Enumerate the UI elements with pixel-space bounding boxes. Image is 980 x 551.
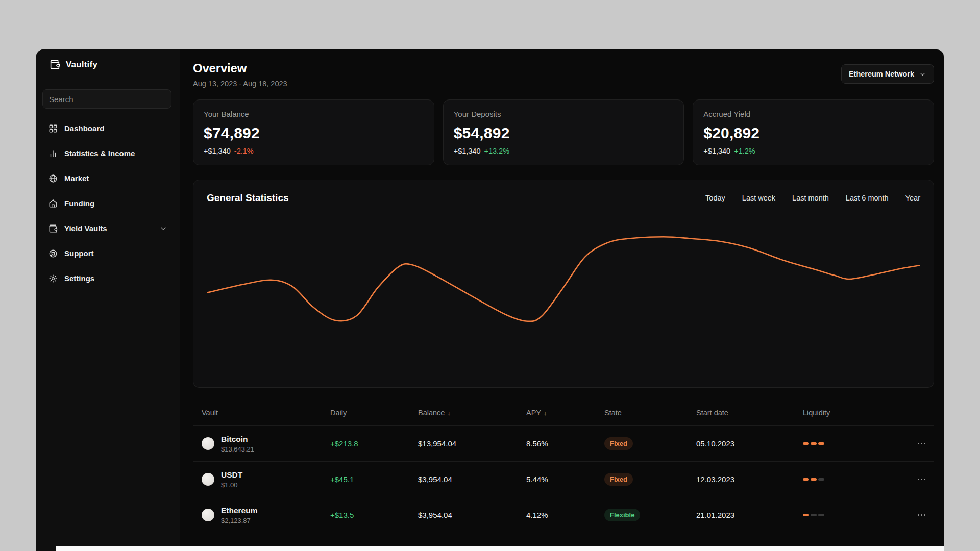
page-bottom-strip (56, 546, 944, 551)
sidebar-item-label: Support (64, 249, 94, 258)
page-header: Overview Aug 13, 2023 - Aug 18, 2023 (193, 49, 934, 88)
vault-cell: USDT $1.00 (202, 470, 330, 489)
line-chart (207, 213, 920, 368)
row-menu-button[interactable] (900, 514, 925, 516)
chart-svg (207, 213, 920, 368)
status-badge: Fixed (604, 473, 633, 486)
start-date-cell: 12.03.2023 (696, 475, 803, 484)
sidebar: Vaultify Dashboard Statistics & Income (36, 49, 180, 551)
daily-change: +$213.8 (330, 439, 418, 448)
column-header-start-date: Start date (696, 409, 803, 417)
stat-label: Your Deposits (454, 110, 674, 118)
vault-avatar (202, 509, 214, 521)
vaults-table: Vault Daily Balance ↓ APY ↓ State Start … (193, 400, 934, 533)
range-tab-last-month[interactable]: Last month (792, 194, 829, 202)
search-input[interactable] (49, 95, 165, 104)
range-tab-today[interactable]: Today (705, 194, 725, 202)
chevron-down-icon (159, 224, 167, 233)
column-header-state: State (604, 409, 696, 417)
sidebar-item-label: Settings (64, 274, 94, 283)
date-range: Aug 13, 2023 - Aug 18, 2023 (193, 80, 934, 88)
app-logo-text: Vaultify (66, 60, 97, 70)
balance-cell: $13,954.04 (418, 439, 526, 448)
sidebar-item-yield-vaults[interactable]: Yield Vaults (42, 216, 174, 241)
vault-avatar (202, 473, 214, 486)
sidebar-item-support[interactable]: Support (42, 241, 174, 266)
change-percent: -2.1% (234, 147, 254, 155)
column-header-daily: Daily (330, 409, 418, 417)
start-date-cell: 05.10.2023 (696, 439, 803, 448)
range-tab-last-6-month[interactable]: Last 6 month (846, 194, 889, 202)
sidebar-item-label: Statistics & Income (64, 149, 135, 158)
stat-label: Your Balance (204, 110, 424, 118)
liquidity-indicator (803, 442, 900, 445)
sidebar-item-statistics-income[interactable]: Statistics & Income (42, 141, 174, 166)
search-box (42, 89, 172, 109)
change-percent: +13.2% (484, 147, 510, 155)
range-tabs: Today Last week Last month Last 6 month … (705, 194, 920, 202)
sidebar-item-label: Funding (64, 199, 94, 208)
app-window: Vaultify Dashboard Statistics & Income (36, 49, 944, 551)
vault-wallet-icon (48, 224, 58, 233)
globe-icon (48, 174, 58, 183)
statistics-title: General Statistics (207, 192, 289, 204)
sidebar-item-dashboard[interactable]: Dashboard (42, 116, 174, 141)
ellipsis-icon (918, 514, 920, 516)
sidebar-item-label: Market (64, 174, 89, 183)
row-menu-button[interactable] (900, 443, 925, 445)
change-amount: +$1,340 (703, 147, 730, 155)
liquidity-indicator (803, 514, 900, 516)
lifebuoy-icon (48, 249, 58, 258)
column-header-label: APY (526, 409, 541, 417)
stat-change: +$1,340 +13.2% (454, 147, 674, 155)
daily-change: +$45.1 (330, 475, 418, 484)
sidebar-item-market[interactable]: Market (42, 166, 174, 191)
table-row-usdt[interactable]: USDT $1.00 +$45.1 $3,954.04 5.44% Fixed … (193, 461, 934, 497)
vault-cell: Bitcoin $13,643.21 (202, 435, 330, 453)
ellipsis-icon (918, 479, 920, 481)
table-header: Vault Daily Balance ↓ APY ↓ State Start … (193, 400, 934, 425)
statistics-card: General Statistics Today Last week Last … (193, 180, 934, 388)
change-amount: +$1,340 (454, 147, 481, 155)
balance-cell: $3,954.04 (418, 511, 526, 519)
sort-desc-icon: ↓ (447, 409, 451, 417)
stat-value: $20,892 (703, 124, 923, 142)
sidebar-item-funding[interactable]: Funding (42, 191, 174, 216)
vault-price: $2,123.87 (221, 517, 258, 524)
range-tab-last-week[interactable]: Last week (742, 194, 775, 202)
table-row-ethereum[interactable]: Ethereum $2,123.87 +$13.5 $3,954.04 4.12… (193, 497, 934, 533)
sort-desc-icon: ↓ (544, 409, 547, 417)
column-header-vault: Vault (202, 409, 330, 417)
stat-label: Accrued Yield (703, 110, 923, 118)
bar-chart-icon (48, 149, 58, 158)
table-row-bitcoin[interactable]: Bitcoin $13,643.21 +$213.8 $13,954.04 8.… (193, 425, 934, 461)
column-header-apy[interactable]: APY ↓ (526, 409, 604, 417)
sidebar-item-label: Yield Vaults (64, 224, 107, 233)
column-header-liquidity: Liquidity (803, 409, 900, 417)
stat-change: +$1,340 -2.1% (204, 147, 424, 155)
column-header-balance[interactable]: Balance ↓ (418, 409, 526, 417)
balance-cell: $3,954.04 (418, 475, 526, 484)
stat-card-deposits: Your Deposits $54,892 +$1,340 +13.2% (443, 99, 684, 165)
liquidity-indicator (803, 478, 900, 481)
stat-value: $74,892 (204, 124, 424, 142)
column-header-label: Balance (418, 409, 445, 417)
vault-name: Ethereum (221, 506, 258, 515)
apy-cell: 5.44% (526, 475, 604, 484)
gear-icon (48, 274, 58, 283)
vault-price: $1.00 (221, 481, 242, 489)
network-selector[interactable]: Ethereum Network (841, 64, 934, 84)
apy-cell: 8.56% (526, 439, 604, 448)
range-tab-year[interactable]: Year (905, 194, 920, 202)
sidebar-item-settings[interactable]: Settings (42, 266, 174, 291)
stat-change: +$1,340 +1.2% (703, 147, 923, 155)
stat-cards-row: Your Balance $74,892 +$1,340 -2.1% Your … (193, 99, 934, 165)
chevron-down-icon (919, 70, 926, 78)
vault-cell: Ethereum $2,123.87 (202, 506, 330, 524)
ellipsis-icon (918, 443, 920, 445)
app-logo[interactable]: Vaultify (36, 49, 180, 80)
row-menu-button[interactable] (900, 479, 925, 481)
status-badge: Flexible (604, 509, 640, 521)
page-title: Overview (193, 61, 934, 76)
sidebar-item-label: Dashboard (64, 124, 104, 133)
